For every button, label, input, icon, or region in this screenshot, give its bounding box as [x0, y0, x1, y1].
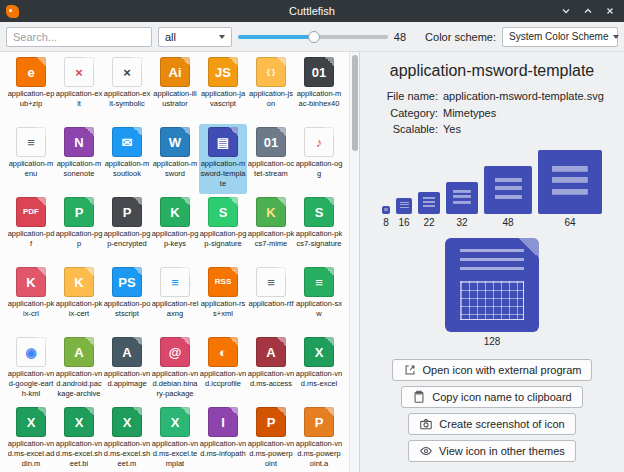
icon-grid-item[interactable]: @application-vnd.debian.binary-package — [151, 334, 199, 404]
minimize-button[interactable] — [558, 3, 574, 19]
icon-grid-item[interactable]: Xapplication-vnd.ms-excel — [295, 334, 343, 404]
icon-grid-item-label: application-exit — [56, 89, 103, 109]
icon-grid-item[interactable]: Sapplication-pkcs7-signature — [295, 194, 343, 264]
document-lines-decoration — [460, 249, 524, 273]
icon-grid-item[interactable]: Papplication-vnd.ms-powerpoint.a — [295, 404, 343, 472]
size-preview-64: 64 — [538, 150, 602, 228]
icon-grid-item[interactable]: Napplication-msonenote — [55, 124, 103, 194]
view-themes-button[interactable]: View icon in other themes — [408, 440, 576, 462]
size-preview-32: 32 — [446, 182, 478, 228]
icon-grid-item[interactable]: Papplication-pgp — [55, 194, 103, 264]
icon-grid-item-label: application-pgp-encrypted — [104, 229, 151, 249]
application-vnd.ms-excel.templat-icon: X — [160, 407, 190, 437]
icon-grid-item[interactable]: Wapplication-msword — [151, 124, 199, 194]
application-exit-symbolic-icon: × — [112, 57, 142, 87]
open-external-button[interactable]: Open icon with external program — [392, 359, 593, 381]
icon-grid-item[interactable]: JSapplication-javascript — [199, 54, 247, 124]
icon-grid-item-label: application-msword — [152, 159, 199, 179]
application-pgp-keys-icon: K — [160, 197, 190, 227]
icon-grid-item[interactable]: Kapplication-pgp-keys — [151, 194, 199, 264]
icon-grid-item[interactable]: ♪application-ogg — [295, 124, 343, 194]
application-msoutlook-icon: ✉ — [112, 127, 142, 157]
icon-grid-item[interactable]: Aapplication-vnd.ms-access — [247, 334, 295, 404]
slider-handle[interactable] — [308, 31, 320, 43]
icon-grid-item[interactable]: ▤application-msword-template — [199, 124, 247, 194]
close-button[interactable] — [602, 3, 618, 19]
icon-grid-item[interactable]: Xapplication-vnd.ms-excel.addin.m — [7, 404, 55, 472]
application-menu-icon: ≡ — [16, 127, 46, 157]
icon-grid-item-label: application-vnd.ms-powerpoint — [248, 439, 295, 468]
application-vnd.ms-excel.sheet.bi-icon: X — [64, 407, 94, 437]
application-vnd.debian.binary-package-icon: @ — [160, 337, 190, 367]
icon-grid-item[interactable]: ◉application-vnd-google-earth-kml — [7, 334, 55, 404]
action-buttons: Open icon with external program Copy ico… — [392, 359, 593, 462]
icon-grid-item-label: application-rss+xml — [200, 299, 247, 319]
icon-grid-item[interactable]: ≡application-sxw — [295, 264, 343, 334]
scrollbar-handle[interactable] — [352, 55, 358, 151]
icon-grid-item-label: application-mac-binhex40 — [296, 89, 343, 109]
icon-grid-item[interactable]: 01application-octet-stream — [247, 124, 295, 194]
icon-grid-item[interactable]: ≡application-rtf — [247, 264, 295, 334]
icon-grid-item[interactable]: Iapplication-vnd.ms-infopath — [199, 404, 247, 472]
category-label: Category: — [376, 105, 438, 122]
icon-grid-item[interactable]: Aiapplication-illustrator — [151, 54, 199, 124]
application-postscript-icon: PS — [112, 267, 142, 297]
icon-info: File name: application-msword-template.s… — [372, 88, 612, 138]
document-grid-decoration — [460, 281, 524, 321]
icon-grid-item[interactable]: 01application-mac-binhex40 — [295, 54, 343, 124]
icon-grid-item[interactable]: Sapplication-pgp-signature — [199, 194, 247, 264]
icon-grid-item[interactable]: Kapplication-pkix-crl — [7, 264, 55, 334]
icon-grid-item[interactable]: Xapplication-vnd.ms-excel.templat — [151, 404, 199, 472]
application-msonenote-icon: N — [64, 127, 94, 157]
toolbar: all 48 Color scheme: System Color Scheme — [0, 22, 624, 52]
icon-grid-item[interactable]: ≡application-menu — [7, 124, 55, 194]
icon-grid-item-label: application-msoutlook — [104, 159, 151, 179]
icon-grid-item[interactable]: Papplication-vnd.ms-powerpoint — [247, 404, 295, 472]
icon-grid-item[interactable]: PSapplication-postscript — [103, 264, 151, 334]
icon-grid-item-label: application-vnd.android.package-archive — [56, 369, 103, 398]
icon-grid-item-label: application-exit-symbolic — [104, 89, 151, 109]
camera-icon — [419, 417, 433, 431]
icon-grid-item[interactable]: ✉application-msoutlook — [103, 124, 151, 194]
icon-grid-item[interactable]: Kapplication-pkix-cert — [55, 264, 103, 334]
icon-grid-item-label: application-vnd.ms-excel — [296, 369, 343, 389]
category-filter-dropdown[interactable]: all — [158, 27, 232, 47]
icon-grid-item-label: application-msonenote — [56, 159, 103, 179]
copy-name-button[interactable]: Copy icon name to clipboard — [401, 386, 582, 408]
chevron-down-icon — [613, 35, 619, 39]
icon-grid-item[interactable]: Kapplication-pkcs7-mime — [247, 194, 295, 264]
category-filter-value: all — [165, 31, 176, 43]
icon-grid-item[interactable]: RSSapplication-rss+xml — [199, 264, 247, 334]
icon-size-slider[interactable] — [238, 27, 388, 47]
icon-grid-item[interactable]: Papplication-pgp-encrypted — [103, 194, 151, 264]
application-octet-stream-icon: 01 — [256, 127, 286, 157]
icon-grid-item[interactable]: ◐application-vnd.iccprofile — [199, 334, 247, 404]
icon-grid-item[interactable]: ≡application-relaxng — [151, 264, 199, 334]
icon-grid-item[interactable]: Aapplication-vnd.appimage — [103, 334, 151, 404]
screenshot-button[interactable]: Create screenshot of icon — [408, 413, 575, 435]
icon-grid: eapplication-epub+zip×application-exit×a… — [0, 52, 359, 472]
size-preview-8: 8 — [382, 206, 390, 228]
icon-grid-item[interactable]: eapplication-epub+zip — [7, 54, 55, 124]
application-javascript-icon: JS — [208, 57, 238, 87]
vertical-scrollbar[interactable] — [349, 52, 359, 472]
icon-grid-item[interactable]: PDFapplication-pdf — [7, 194, 55, 264]
size-preview-label: 16 — [398, 217, 409, 228]
icon-grid-item[interactable]: Xapplication-vnd.ms-excel.sheet.bi — [55, 404, 103, 472]
view-themes-label: View icon in other themes — [439, 445, 565, 457]
maximize-button[interactable] — [580, 3, 596, 19]
window-title: Cuttlefish — [0, 5, 624, 17]
icon-grid-item[interactable]: Aapplication-vnd.android.package-archive — [55, 334, 103, 404]
color-scheme-dropdown[interactable]: System Color Scheme — [502, 27, 618, 47]
icon-grid-item[interactable]: Xapplication-vnd.ms-excel.sheet.m — [103, 404, 151, 472]
search-input[interactable] — [6, 27, 152, 47]
icon-grid-item-label: application-relaxng — [152, 299, 199, 319]
msword-template-preview-icon — [538, 150, 602, 214]
msword-template-preview-icon — [382, 206, 390, 214]
icon-grid-item[interactable]: ×application-exit — [55, 54, 103, 124]
chevron-down-icon — [219, 35, 225, 39]
icon-grid-item[interactable]: { }application-json — [247, 54, 295, 124]
icon-grid-item[interactable]: ×application-exit-symbolic — [103, 54, 151, 124]
size-preview-label: 8 — [383, 217, 389, 228]
external-program-icon — [403, 363, 417, 377]
